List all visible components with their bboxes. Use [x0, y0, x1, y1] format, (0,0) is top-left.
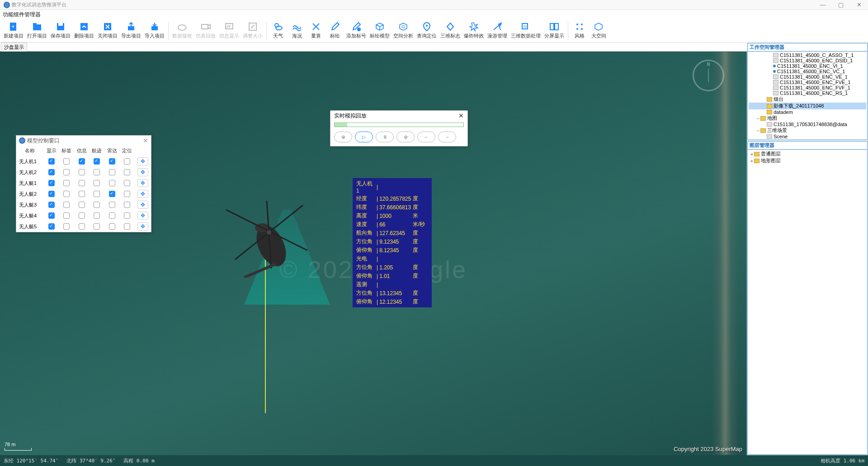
- checkbox[interactable]: [79, 202, 85, 208]
- compass-widget[interactable]: N: [693, 60, 724, 91]
- checkbox[interactable]: [63, 180, 70, 186]
- checkbox[interactable]: [124, 191, 130, 197]
- checkbox[interactable]: [79, 169, 85, 175]
- playback-stop-button[interactable]: ⊗: [396, 132, 415, 142]
- toolbar-delete[interactable]: 删除项目: [72, 20, 96, 42]
- locate-button[interactable]: ✥: [137, 222, 148, 231]
- checkbox[interactable]: [94, 191, 100, 197]
- checkbox[interactable]: [79, 158, 85, 165]
- checkbox[interactable]: [94, 180, 100, 186]
- toolbar-style[interactable]: 风格: [570, 20, 589, 42]
- tree-item[interactable]: 烟台: [749, 96, 866, 103]
- tree-item[interactable]: C1511381_45000_ENC_RS_1: [749, 90, 866, 96]
- close-button[interactable]: ✕: [850, 0, 868, 10]
- locate-button[interactable]: ✥: [137, 179, 148, 187]
- checkbox[interactable]: [94, 202, 100, 208]
- checkbox[interactable]: [124, 169, 130, 175]
- checkbox[interactable]: [94, 212, 100, 219]
- toolbar-monitor[interactable]: 信息显示: [217, 20, 241, 42]
- checkbox[interactable]: [124, 180, 130, 186]
- tree-item[interactable]: +地形图层: [749, 157, 866, 164]
- playback-window[interactable]: 实时模拟回放 ✕ ⊕ ▷ ⏸ ⊗ ← →: [330, 110, 468, 146]
- playback-progress[interactable]: [334, 122, 464, 127]
- playback-prev-button[interactable]: ←: [417, 132, 435, 142]
- close-icon[interactable]: ✕: [143, 137, 148, 144]
- minimize-button[interactable]: —: [814, 0, 832, 10]
- locate-button[interactable]: ✥: [137, 190, 148, 198]
- checkbox[interactable]: [124, 158, 130, 165]
- tree-item[interactable]: C1511381_45000_ENC_VI_1: [749, 63, 866, 69]
- checkbox[interactable]: [48, 191, 55, 197]
- tree-item[interactable]: C1511381_45000_C_ASSO_T_1: [749, 52, 866, 58]
- playback-pause-button[interactable]: ⏸: [376, 132, 394, 142]
- checkbox[interactable]: [124, 223, 130, 230]
- menu-item[interactable]: 功能组件管理器: [3, 11, 41, 19]
- tree-item[interactable]: datadem: [749, 109, 866, 115]
- tree-item[interactable]: +普通图层: [749, 151, 866, 157]
- locate-button[interactable]: ✥: [137, 201, 148, 209]
- toolbar-resize[interactable]: 调整大小: [241, 20, 264, 42]
- toolbar-ruler[interactable]: 量算: [307, 20, 326, 42]
- checkbox[interactable]: [48, 202, 55, 208]
- checkbox[interactable]: [63, 202, 70, 208]
- locate-button[interactable]: ✥: [137, 157, 148, 165]
- checkbox[interactable]: [48, 223, 55, 230]
- tree-item[interactable]: −地图: [749, 115, 866, 122]
- checkbox[interactable]: [63, 223, 70, 230]
- checkbox[interactable]: [79, 191, 85, 197]
- tree-item[interactable]: C1511381_45000_ENC_VC_1: [749, 69, 866, 74]
- tree-item[interactable]: C1511381_45000_ENC_DSID_1: [749, 58, 866, 63]
- playback-add-button[interactable]: ⊕: [334, 132, 352, 142]
- checkbox[interactable]: [48, 212, 55, 219]
- toolbar-save[interactable]: 保存项目: [49, 20, 72, 42]
- toolbar-edit[interactable]: 标绘: [326, 20, 344, 42]
- layer-tree[interactable]: +普通图层+地形图层: [748, 150, 867, 454]
- locate-button[interactable]: ✥: [137, 168, 148, 176]
- tree-item[interactable]: C1511381_45000_ENC_FVE_1: [749, 80, 866, 85]
- toolbar-space[interactable]: 大空间: [589, 20, 608, 42]
- checkbox[interactable]: [109, 223, 115, 230]
- checkbox[interactable]: [79, 223, 85, 230]
- checkbox[interactable]: [48, 158, 55, 165]
- tab-sandtable[interactable]: 沙盘显示: [1, 42, 27, 52]
- checkbox[interactable]: [109, 212, 115, 219]
- checkbox[interactable]: [124, 212, 130, 219]
- toolbar-sign3d[interactable]: 三维标志: [439, 20, 462, 42]
- toolbar-import[interactable]: 导入项目: [143, 20, 166, 42]
- toolbar-folder[interactable]: 打开项目: [25, 20, 49, 42]
- close-icon[interactable]: ✕: [458, 112, 464, 119]
- toolbar-split[interactable]: 分屏显示: [542, 20, 566, 42]
- toolbar-wave[interactable]: 海况: [288, 20, 307, 42]
- viewport-3d[interactable]: © 2024 Google N 模型控制窗口 ✕: [0, 52, 747, 455]
- playback-next-button[interactable]: →: [438, 132, 456, 142]
- toolbar-file-plus[interactable]: +新建项目: [2, 20, 25, 42]
- checkbox[interactable]: [94, 169, 100, 175]
- tree-item[interactable]: C151138_1705301748838@data: [749, 122, 866, 127]
- tree-item[interactable]: C1511381_45000_ENC_FVF_1: [749, 85, 866, 90]
- checkbox[interactable]: [94, 158, 100, 165]
- toolbar-data3d[interactable]: 3D三维数据处理: [509, 20, 542, 42]
- checkbox[interactable]: [109, 180, 115, 186]
- toolbar-export[interactable]: 导出项目: [119, 20, 143, 42]
- checkbox[interactable]: [48, 169, 55, 175]
- checkbox[interactable]: [79, 212, 85, 219]
- checkbox[interactable]: [94, 223, 100, 230]
- tree-item[interactable]: −三维场景: [749, 127, 866, 134]
- toolbar-cloud[interactable]: 数据接收: [170, 20, 194, 42]
- checkbox[interactable]: [109, 191, 115, 197]
- checkbox[interactable]: [124, 202, 130, 208]
- toolbar-camera[interactable]: 仿真回放: [194, 20, 217, 42]
- checkbox[interactable]: [63, 169, 70, 175]
- locate-button[interactable]: ✥: [137, 212, 148, 220]
- workspace-tree[interactable]: C1511381_45000_C_ASSO_T_1C1511381_45000_…: [748, 52, 867, 140]
- maximize-button[interactable]: ▢: [832, 0, 850, 10]
- checkbox[interactable]: [63, 191, 70, 197]
- checkbox[interactable]: [63, 212, 70, 219]
- model-control-window[interactable]: 模型控制窗口 ✕ 名称显示标签信息航迹雷达定位 无人机1✥无人机2✥无人艇1✥无…: [16, 135, 151, 232]
- tree-item[interactable]: Scene: [749, 134, 866, 139]
- checkbox[interactable]: [109, 158, 115, 165]
- playback-play-button[interactable]: ▷: [355, 132, 373, 142]
- toolbar-cube[interactable]: 标绘模型: [368, 20, 392, 42]
- checkbox[interactable]: [109, 202, 115, 208]
- checkbox[interactable]: [79, 180, 85, 186]
